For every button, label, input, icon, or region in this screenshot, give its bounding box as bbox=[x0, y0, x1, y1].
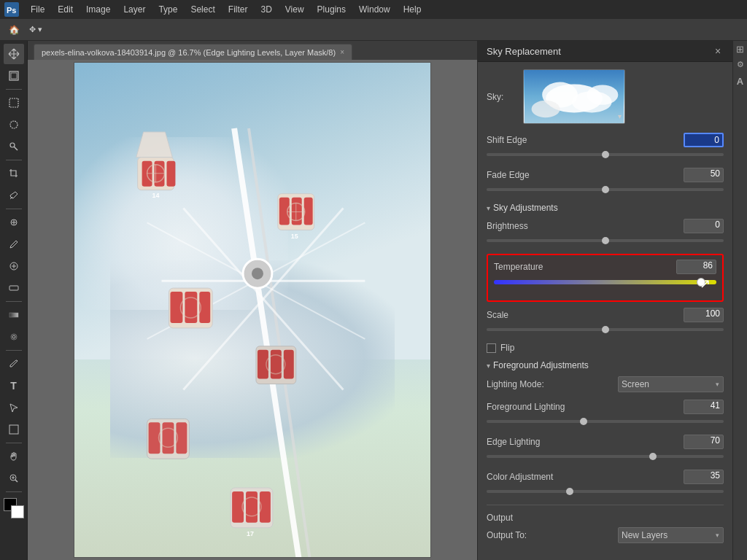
brush-tool[interactable] bbox=[4, 234, 24, 254]
right-panel-icon-1[interactable]: ⊞ bbox=[735, 44, 746, 55]
foreground-lighting-row: Foreground Lighting 41 bbox=[487, 400, 724, 414]
sky-preview[interactable]: ▾ bbox=[523, 69, 625, 124]
shift-edge-input[interactable] bbox=[684, 133, 724, 147]
output-to-wrapper: New Layers Duplicate Layer Current Layer… bbox=[618, 527, 724, 543]
marquee-tool[interactable] bbox=[4, 93, 24, 113]
shift-edge-slider-thumb[interactable] bbox=[602, 151, 609, 158]
temperature-slider-track[interactable] bbox=[494, 280, 716, 284]
sky-panel-close-btn[interactable]: × bbox=[712, 45, 724, 57]
sky-panel-header: Sky Replacement × bbox=[478, 41, 732, 62]
home-icon[interactable]: 🏠 bbox=[6, 22, 22, 38]
svg-rect-37 bbox=[166, 161, 175, 187]
eraser-tool[interactable] bbox=[4, 278, 24, 298]
svg-text:Ps: Ps bbox=[7, 6, 16, 15]
flip-row: Flip bbox=[487, 343, 724, 353]
svg-rect-56 bbox=[258, 350, 268, 379]
foreground-lighting-slider-thumb[interactable] bbox=[580, 418, 587, 425]
sky-adjustments-header: ▾ Sky Adjustments bbox=[487, 203, 724, 213]
foreground-lighting-slider-track[interactable] bbox=[487, 420, 724, 423]
menu-filter[interactable]: Filter bbox=[222, 3, 254, 16]
artboard-tool[interactable] bbox=[4, 66, 24, 86]
clone-tool[interactable] bbox=[4, 256, 24, 276]
output-label: Output bbox=[487, 513, 513, 523]
move-tool[interactable] bbox=[4, 44, 24, 64]
blur-tool[interactable] bbox=[4, 327, 24, 347]
flip-checkbox[interactable] bbox=[487, 343, 496, 353]
tool-divider-7 bbox=[6, 491, 22, 492]
brightness-slider-track[interactable] bbox=[487, 239, 724, 242]
output-to-select[interactable]: New Layers Duplicate Layer Current Layer bbox=[618, 527, 724, 543]
scale-row: Scale 100 bbox=[487, 308, 724, 322]
shape-tool[interactable] bbox=[4, 419, 24, 440]
fade-edge-slider-track[interactable] bbox=[487, 188, 724, 191]
svg-point-76 bbox=[587, 85, 619, 104]
lighting-mode-label: Lighting Mode: bbox=[487, 379, 544, 389]
shift-edge-slider-track[interactable] bbox=[487, 153, 724, 156]
hand-tool[interactable] bbox=[4, 446, 24, 467]
tool-divider-4 bbox=[6, 301, 22, 302]
brightness-slider-thumb[interactable] bbox=[602, 237, 609, 244]
output-section: Output Output To: New Layers Duplicate L… bbox=[487, 505, 724, 543]
edge-lighting-slider-thumb[interactable] bbox=[649, 453, 657, 460]
svg-rect-62 bbox=[163, 422, 174, 454]
edge-lighting-row: Edge Lighting 70 bbox=[487, 435, 724, 449]
path-select-tool[interactable] bbox=[4, 397, 24, 418]
type-tool[interactable]: T bbox=[4, 376, 24, 396]
foreground-adjustments-header: ▾ Foreground Adjustments bbox=[487, 360, 724, 370]
image-tab[interactable]: pexels-elina-volkova-18403914.jpg @ 16.7… bbox=[34, 44, 352, 60]
menubar: Ps File Edit Image Layer Type Select Fil… bbox=[0, 0, 747, 19]
options-bar: 🏠 ✥ ▾ bbox=[0, 19, 747, 41]
fade-edge-slider-thumb[interactable] bbox=[602, 186, 609, 193]
edge-lighting-slider-container bbox=[487, 451, 724, 462]
color-swatches[interactable] bbox=[4, 498, 24, 518]
right-panel-icon-2[interactable]: ⚙ bbox=[735, 60, 746, 71]
tool-divider-2 bbox=[6, 160, 22, 160]
temperature-slider-thumb[interactable] bbox=[697, 278, 705, 287]
svg-rect-19 bbox=[9, 425, 18, 434]
svg-marker-33 bbox=[136, 132, 173, 158]
lasso-tool[interactable] bbox=[4, 114, 24, 135]
menu-view[interactable]: View bbox=[279, 3, 310, 16]
tab-close-btn[interactable]: × bbox=[340, 48, 344, 56]
menu-help[interactable]: Help bbox=[398, 3, 427, 16]
zoom-tool[interactable] bbox=[4, 468, 24, 489]
svg-text:15: 15 bbox=[291, 233, 298, 240]
menu-edit[interactable]: Edit bbox=[52, 3, 79, 16]
crop-tool[interactable] bbox=[4, 163, 24, 184]
right-panel-letter-a[interactable]: A bbox=[735, 76, 746, 88]
eyedropper-tool[interactable] bbox=[4, 185, 24, 206]
healing-tool[interactable] bbox=[4, 212, 24, 233]
sky-dropdown-arrow: ▾ bbox=[618, 112, 622, 120]
svg-rect-4 bbox=[9, 98, 18, 107]
brightness-label: Brightness bbox=[487, 221, 528, 231]
temperature-section: Temperature 86 ↗ bbox=[487, 254, 724, 302]
scale-slider-thumb[interactable] bbox=[602, 326, 609, 333]
menu-image[interactable]: Image bbox=[80, 3, 116, 16]
brightness-slider-container bbox=[487, 235, 724, 246]
menu-layer[interactable]: Layer bbox=[117, 3, 151, 16]
lighting-mode-select[interactable]: Screen Multiply Normal Luminosity bbox=[618, 376, 724, 392]
quick-select-tool[interactable] bbox=[4, 136, 24, 157]
foreground-adjustments-title: Foreground Adjustments bbox=[493, 360, 589, 370]
menu-type[interactable]: Type bbox=[152, 3, 183, 16]
menu-plugins[interactable]: Plugins bbox=[311, 3, 352, 16]
brightness-value: 0 bbox=[684, 219, 724, 233]
background-color[interactable] bbox=[11, 505, 24, 518]
svg-rect-57 bbox=[271, 350, 282, 379]
foreground-lighting-label: Foreground Lighting bbox=[487, 402, 565, 412]
menu-select[interactable]: Select bbox=[185, 3, 220, 16]
edge-lighting-slider-track[interactable] bbox=[487, 455, 724, 458]
tool-divider-6 bbox=[6, 443, 22, 443]
menu-window[interactable]: Window bbox=[353, 3, 396, 16]
scale-slider-track[interactable] bbox=[487, 328, 724, 331]
color-adjustment-slider-track[interactable] bbox=[487, 490, 724, 493]
move-tool-options[interactable]: ✥ ▾ bbox=[28, 22, 44, 38]
temperature-label: Temperature bbox=[494, 262, 543, 272]
sky-panel-title: Sky Replacement bbox=[487, 46, 561, 57]
gradient-tool[interactable] bbox=[4, 305, 24, 325]
svg-point-17 bbox=[11, 334, 17, 340]
menu-3d[interactable]: 3D bbox=[255, 3, 277, 16]
menu-file[interactable]: File bbox=[25, 3, 50, 16]
color-adjustment-slider-thumb[interactable] bbox=[566, 488, 573, 495]
pen-tool[interactable] bbox=[4, 354, 24, 374]
